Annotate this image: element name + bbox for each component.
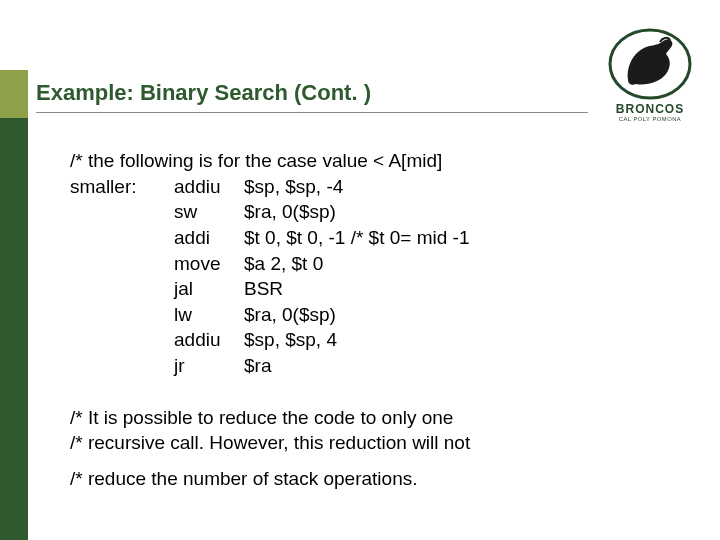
- code-args: $sp, $sp, -4: [244, 174, 610, 200]
- bronco-horse-icon: [606, 28, 694, 100]
- code-op: lw: [174, 302, 244, 328]
- code-args: $ra: [244, 353, 610, 379]
- code-args: $a 2, $t 0: [244, 251, 610, 277]
- logo-wordmark: BRONCOS: [598, 102, 702, 116]
- logo: BRONCOS CAL POLY POMONA: [598, 28, 702, 122]
- logo-subline: CAL POLY POMONA: [598, 116, 702, 122]
- code-args: $ra, 0($sp): [244, 302, 610, 328]
- notes-block: /* It is possible to reduce the code to …: [70, 405, 610, 492]
- code-op: addi: [174, 225, 244, 251]
- code-op: jr: [174, 353, 244, 379]
- code-args: BSR: [244, 276, 610, 302]
- code-op: move: [174, 251, 244, 277]
- code-op: addiu: [174, 327, 244, 353]
- code-op: jal: [174, 276, 244, 302]
- code-op: sw: [174, 199, 244, 225]
- slide: BRONCOS CAL POLY POMONA Example: Binary …: [0, 0, 720, 540]
- code-args: $t 0, $t 0, -1 /* $t 0= mid -1: [244, 225, 610, 251]
- code-row: jr $ra: [70, 353, 610, 379]
- page-title: Example: Binary Search (Cont. ): [36, 80, 588, 106]
- code-label: smaller:: [70, 174, 174, 200]
- code-row: jal BSR: [70, 276, 610, 302]
- code-args: $ra, 0($sp): [244, 199, 610, 225]
- note-line: /* It is possible to reduce the code to …: [70, 405, 610, 431]
- left-accent-bar-highlight: [0, 70, 28, 118]
- code-row: smaller: addiu $sp, $sp, -4: [70, 174, 610, 200]
- note-line: /* reduce the number of stack operations…: [70, 466, 610, 492]
- title-underline: [36, 112, 588, 113]
- code-row: addi $t 0, $t 0, -1 /* $t 0= mid -1: [70, 225, 610, 251]
- code-row: sw $ra, 0($sp): [70, 199, 610, 225]
- code-row: move $a 2, $t 0: [70, 251, 610, 277]
- slide-body: /* the following is for the case value <…: [70, 148, 610, 492]
- code-args: $sp, $sp, 4: [244, 327, 610, 353]
- code-op: addiu: [174, 174, 244, 200]
- code-row: lw $ra, 0($sp): [70, 302, 610, 328]
- code-comment: /* the following is for the case value <…: [70, 148, 610, 174]
- note-line: /* recursive call. However, this reducti…: [70, 430, 610, 456]
- code-row: addiu $sp, $sp, 4: [70, 327, 610, 353]
- left-accent-bar: [0, 70, 28, 540]
